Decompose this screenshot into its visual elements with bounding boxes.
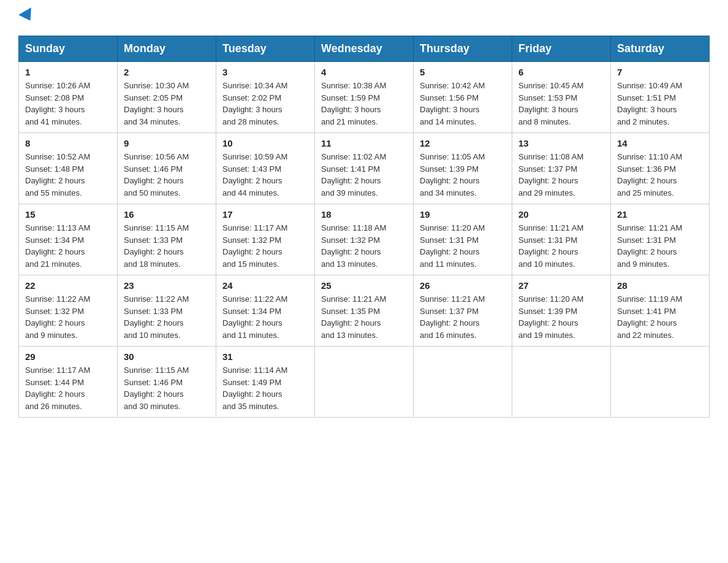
day-cell: 22Sunrise: 11:22 AMSunset: 1:32 PMDaylig…	[19, 275, 118, 347]
day-cell: 23Sunrise: 11:22 AMSunset: 1:33 PMDaylig…	[118, 275, 216, 347]
day-cell: 19Sunrise: 11:20 AMSunset: 1:31 PMDaylig…	[414, 204, 512, 275]
day-number: 28	[617, 280, 703, 291]
day-cell: 20Sunrise: 11:21 AMSunset: 1:31 PMDaylig…	[512, 204, 611, 275]
day-cell: 4Sunrise: 10:38 AMSunset: 1:59 PMDayligh…	[315, 62, 414, 133]
week-row-1: 8Sunrise: 10:52 AMSunset: 1:48 PMDayligh…	[19, 133, 710, 204]
day-cell: 16Sunrise: 11:15 AMSunset: 1:33 PMDaylig…	[118, 204, 216, 275]
day-info: Sunrise: 10:38 AMSunset: 1:59 PMDaylight…	[321, 80, 407, 128]
day-info: Sunrise: 11:08 AMSunset: 1:37 PMDaylight…	[518, 151, 604, 199]
day-info: Sunrise: 10:42 AMSunset: 1:56 PMDaylight…	[420, 80, 506, 128]
page-header	[18, 12, 710, 23]
logo	[18, 12, 35, 23]
logo-triangle-icon	[18, 7, 37, 25]
day-info: Sunrise: 10:56 AMSunset: 1:46 PMDaylight…	[124, 151, 210, 199]
day-number: 20	[518, 209, 604, 220]
day-cell: 21Sunrise: 11:21 AMSunset: 1:31 PMDaylig…	[611, 204, 710, 275]
day-cell: 24Sunrise: 11:22 AMSunset: 1:34 PMDaylig…	[216, 275, 315, 347]
day-info: Sunrise: 11:21 AMSunset: 1:37 PMDaylight…	[420, 293, 506, 341]
day-number: 19	[420, 209, 506, 220]
day-cell: 15Sunrise: 11:13 AMSunset: 1:34 PMDaylig…	[19, 204, 118, 275]
day-number: 24	[222, 280, 308, 291]
day-cell: 13Sunrise: 11:08 AMSunset: 1:37 PMDaylig…	[512, 133, 611, 204]
day-info: Sunrise: 11:22 AMSunset: 1:33 PMDaylight…	[124, 293, 210, 341]
day-cell	[414, 347, 512, 418]
calendar-header-row: SundayMondayTuesdayWednesdayThursdayFrid…	[19, 36, 710, 62]
day-info: Sunrise: 11:17 AMSunset: 1:44 PMDaylight…	[25, 364, 111, 412]
day-info: Sunrise: 10:26 AMSunset: 2:08 PMDaylight…	[25, 80, 111, 128]
week-row-4: 29Sunrise: 11:17 AMSunset: 1:44 PMDaylig…	[19, 347, 710, 418]
day-number: 15	[25, 209, 111, 220]
week-row-3: 22Sunrise: 11:22 AMSunset: 1:32 PMDaylig…	[19, 275, 710, 347]
day-number: 2	[124, 67, 210, 77]
day-cell: 6Sunrise: 10:45 AMSunset: 1:53 PMDayligh…	[512, 62, 611, 133]
day-number: 17	[222, 209, 308, 220]
day-number: 12	[420, 138, 506, 148]
day-info: Sunrise: 11:19 AMSunset: 1:41 PMDaylight…	[617, 293, 703, 341]
day-cell: 1Sunrise: 10:26 AMSunset: 2:08 PMDayligh…	[19, 62, 118, 133]
day-cell	[512, 347, 611, 418]
day-cell	[315, 347, 414, 418]
day-info: Sunrise: 11:21 AMSunset: 1:31 PMDaylight…	[617, 222, 703, 270]
day-number: 7	[617, 67, 703, 77]
day-number: 4	[321, 67, 407, 77]
header-wednesday: Wednesday	[315, 36, 414, 62]
day-cell: 9Sunrise: 10:56 AMSunset: 1:46 PMDayligh…	[118, 133, 216, 204]
day-info: Sunrise: 11:21 AMSunset: 1:35 PMDaylight…	[321, 293, 407, 341]
day-number: 29	[25, 351, 111, 362]
day-number: 27	[518, 280, 604, 291]
day-number: 23	[124, 280, 210, 291]
day-number: 21	[617, 209, 703, 220]
day-number: 1	[25, 67, 111, 77]
day-info: Sunrise: 11:02 AMSunset: 1:41 PMDaylight…	[321, 151, 407, 199]
day-info: Sunrise: 11:20 AMSunset: 1:39 PMDaylight…	[518, 293, 604, 341]
day-cell: 10Sunrise: 10:59 AMSunset: 1:43 PMDaylig…	[216, 133, 315, 204]
day-cell: 27Sunrise: 11:20 AMSunset: 1:39 PMDaylig…	[512, 275, 611, 347]
day-number: 13	[518, 138, 604, 148]
day-number: 14	[617, 138, 703, 148]
header-monday: Monday	[118, 36, 216, 62]
day-cell: 28Sunrise: 11:19 AMSunset: 1:41 PMDaylig…	[611, 275, 710, 347]
day-cell: 26Sunrise: 11:21 AMSunset: 1:37 PMDaylig…	[414, 275, 512, 347]
day-number: 9	[124, 138, 210, 148]
day-number: 16	[124, 209, 210, 220]
day-cell	[611, 347, 710, 418]
day-info: Sunrise: 10:30 AMSunset: 2:05 PMDaylight…	[124, 80, 210, 128]
day-info: Sunrise: 11:21 AMSunset: 1:31 PMDaylight…	[518, 222, 604, 270]
header-friday: Friday	[512, 36, 611, 62]
day-number: 3	[222, 67, 308, 77]
day-info: Sunrise: 10:52 AMSunset: 1:48 PMDaylight…	[25, 151, 111, 199]
calendar-table: SundayMondayTuesdayWednesdayThursdayFrid…	[18, 36, 710, 418]
header-saturday: Saturday	[611, 36, 710, 62]
day-number: 8	[25, 138, 111, 148]
week-row-0: 1Sunrise: 10:26 AMSunset: 2:08 PMDayligh…	[19, 62, 710, 133]
day-cell: 3Sunrise: 10:34 AMSunset: 2:02 PMDayligh…	[216, 62, 315, 133]
day-cell: 25Sunrise: 11:21 AMSunset: 1:35 PMDaylig…	[315, 275, 414, 347]
day-cell: 7Sunrise: 10:49 AMSunset: 1:51 PMDayligh…	[611, 62, 710, 133]
day-info: Sunrise: 11:13 AMSunset: 1:34 PMDaylight…	[25, 222, 111, 270]
day-number: 10	[222, 138, 308, 148]
day-cell: 5Sunrise: 10:42 AMSunset: 1:56 PMDayligh…	[414, 62, 512, 133]
day-info: Sunrise: 11:14 AMSunset: 1:49 PMDaylight…	[222, 364, 308, 412]
day-number: 26	[420, 280, 506, 291]
week-row-2: 15Sunrise: 11:13 AMSunset: 1:34 PMDaylig…	[19, 204, 710, 275]
day-info: Sunrise: 10:59 AMSunset: 1:43 PMDaylight…	[222, 151, 308, 199]
day-info: Sunrise: 10:49 AMSunset: 1:51 PMDaylight…	[617, 80, 703, 128]
day-number: 11	[321, 138, 407, 148]
day-info: Sunrise: 11:22 AMSunset: 1:32 PMDaylight…	[25, 293, 111, 341]
day-number: 6	[518, 67, 604, 77]
day-cell: 12Sunrise: 11:05 AMSunset: 1:39 PMDaylig…	[414, 133, 512, 204]
day-number: 22	[25, 280, 111, 291]
day-number: 25	[321, 280, 407, 291]
day-number: 18	[321, 209, 407, 220]
day-info: Sunrise: 11:05 AMSunset: 1:39 PMDaylight…	[420, 151, 506, 199]
day-info: Sunrise: 11:10 AMSunset: 1:36 PMDaylight…	[617, 151, 703, 199]
day-info: Sunrise: 11:15 AMSunset: 1:33 PMDaylight…	[124, 222, 210, 270]
day-number: 31	[222, 351, 308, 362]
day-cell: 14Sunrise: 11:10 AMSunset: 1:36 PMDaylig…	[611, 133, 710, 204]
day-cell: 29Sunrise: 11:17 AMSunset: 1:44 PMDaylig…	[19, 347, 118, 418]
day-cell: 18Sunrise: 11:18 AMSunset: 1:32 PMDaylig…	[315, 204, 414, 275]
day-info: Sunrise: 10:34 AMSunset: 2:02 PMDaylight…	[222, 80, 308, 128]
header-sunday: Sunday	[19, 36, 118, 62]
day-info: Sunrise: 11:20 AMSunset: 1:31 PMDaylight…	[420, 222, 506, 270]
day-cell: 11Sunrise: 11:02 AMSunset: 1:41 PMDaylig…	[315, 133, 414, 204]
